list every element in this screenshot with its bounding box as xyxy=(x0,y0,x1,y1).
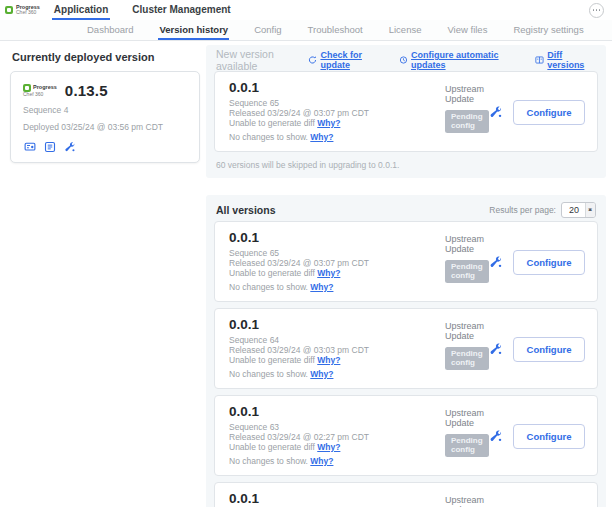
version-source: Upstream Update xyxy=(445,408,489,428)
schedule-icon xyxy=(399,55,408,65)
preflight-checks-icon[interactable] xyxy=(43,140,57,153)
version-released: Released 03/29/24 @ 03:07 pm CDT xyxy=(229,108,445,118)
diff-why-link[interactable]: Why? xyxy=(317,355,340,365)
edit-config-icon[interactable] xyxy=(489,105,503,119)
version-number: 0.0.1 xyxy=(229,80,445,96)
version-released: Released 03/29/24 @ 03:07 pm CDT xyxy=(229,258,445,268)
changes-why-link[interactable]: Why? xyxy=(310,282,333,292)
deployed-version-card: Progress Chef 360 0.13.5 Sequence 4 Depl… xyxy=(10,71,200,163)
tab-view-files[interactable]: View files xyxy=(446,20,488,40)
version-released: Released 03/29/24 @ 02:27 pm CDT xyxy=(229,432,445,442)
changes-why-link[interactable]: Why? xyxy=(310,456,333,466)
diff-why-link[interactable]: Why? xyxy=(317,268,340,278)
diff-why-link[interactable]: Why? xyxy=(317,118,340,128)
new-version-section: New version available Check for update C… xyxy=(206,45,606,178)
deployed-version-panel: Currently deployed version Progress Chef… xyxy=(8,45,206,163)
diff-versions-link[interactable]: Diff versions xyxy=(535,50,596,70)
version-source: Upstream Update xyxy=(445,495,489,507)
tab-troubleshoot[interactable]: Troubleshoot xyxy=(307,20,364,40)
version-number: 0.0.1 xyxy=(229,491,445,507)
overflow-menu-button[interactable] xyxy=(589,3,604,18)
configure-button[interactable]: Configure xyxy=(513,337,586,362)
stepper-icon: ▲▼ xyxy=(585,203,595,217)
status-badge: Pending config xyxy=(445,347,489,370)
configure-button[interactable]: Configure xyxy=(513,424,586,449)
version-released: Released 03/29/24 @ 03:03 pm CDT xyxy=(229,345,445,355)
app-icon: Progress Chef 360 xyxy=(23,84,57,97)
brand-logo-icon xyxy=(23,84,31,92)
version-number: 0.0.1 xyxy=(229,317,445,333)
version-history-main: New version available Check for update C… xyxy=(206,45,608,507)
version-source: Upstream Update xyxy=(445,84,489,104)
skip-versions-note: 60 versions will be skipped in upgrading… xyxy=(214,152,598,170)
deployed-timestamp: Deployed 03/25/24 @ 03:56 pm CDT xyxy=(23,122,187,132)
new-version-heading: New version available xyxy=(216,48,308,72)
new-version-card: 0.0.1 Sequence 65 Released 03/29/24 @ 03… xyxy=(214,71,598,152)
edit-config-icon[interactable] xyxy=(63,140,77,153)
logo-product-text: Chef 360 xyxy=(16,10,40,15)
edit-config-icon[interactable] xyxy=(489,342,503,356)
top-tabs: Application Cluster Management xyxy=(52,0,233,20)
sub-nav: Dashboard Version history Config Trouble… xyxy=(0,20,612,41)
deployed-version-number: 0.13.5 xyxy=(65,82,108,99)
version-source: Upstream Update xyxy=(445,234,489,254)
tab-dashboard[interactable]: Dashboard xyxy=(86,20,134,40)
version-card: 0.0.1 Sequence 62 Released 03/29/24 @ 02… xyxy=(214,482,598,507)
deployed-heading: Currently deployed version xyxy=(12,51,200,63)
all-versions-section: All versions Results per page: 20 ▲▼ 0.0… xyxy=(206,195,606,507)
configure-button[interactable]: Configure xyxy=(513,100,586,125)
check-for-update-link[interactable]: Check for update xyxy=(308,50,386,70)
diff-why-link[interactable]: Why? xyxy=(317,442,340,452)
status-badge: Pending config xyxy=(445,110,489,133)
configure-button[interactable]: Configure xyxy=(513,250,586,275)
edit-config-icon[interactable] xyxy=(489,429,503,443)
all-versions-heading: All versions xyxy=(216,204,276,216)
top-nav: Progress Chef 360 Application Cluster Ma… xyxy=(0,0,612,20)
tab-application[interactable]: Application xyxy=(52,0,110,20)
version-sequence: Sequence 65 xyxy=(229,248,445,258)
changes-why-link[interactable]: Why? xyxy=(310,132,333,142)
tab-config[interactable]: Config xyxy=(253,20,282,40)
version-number: 0.0.1 xyxy=(229,404,445,420)
deployed-sequence: Sequence 4 xyxy=(23,105,187,115)
tab-registry-settings[interactable]: Registry settings xyxy=(512,20,584,40)
version-card: 0.0.1 Sequence 63 Released 03/29/24 @ 02… xyxy=(214,395,598,476)
status-badge: Pending config xyxy=(445,260,489,283)
version-card: 0.0.1 Sequence 64 Released 03/29/24 @ 03… xyxy=(214,308,598,389)
tab-cluster-management[interactable]: Cluster Management xyxy=(130,0,232,20)
diff-icon xyxy=(535,55,544,65)
version-sequence: Sequence 64 xyxy=(229,335,445,345)
status-badge: Pending config xyxy=(445,434,489,457)
version-card: 0.0.1 Sequence 65 Released 03/29/24 @ 03… xyxy=(214,221,598,302)
tab-version-history[interactable]: Version history xyxy=(158,20,229,40)
edit-config-icon[interactable] xyxy=(489,255,503,269)
tab-license[interactable]: License xyxy=(388,20,423,40)
version-source: Upstream Update xyxy=(445,321,489,341)
app-logo: Progress Chef 360 xyxy=(5,0,40,20)
ellipsis-icon xyxy=(593,9,595,11)
changes-why-link[interactable]: Why? xyxy=(310,369,333,379)
version-sequence: Sequence 65 xyxy=(229,98,445,108)
version-number: 0.0.1 xyxy=(229,230,445,246)
refresh-icon xyxy=(308,55,317,65)
results-per-page-label: Results per page: xyxy=(489,205,556,215)
version-sequence: Sequence 63 xyxy=(229,422,445,432)
brand-logo-icon xyxy=(5,6,13,14)
results-per-page-select[interactable]: 20 ▲▼ xyxy=(561,202,596,218)
view-diff-icon[interactable] xyxy=(23,140,37,153)
configure-automatic-updates-link[interactable]: Configure automatic updates xyxy=(399,50,522,70)
